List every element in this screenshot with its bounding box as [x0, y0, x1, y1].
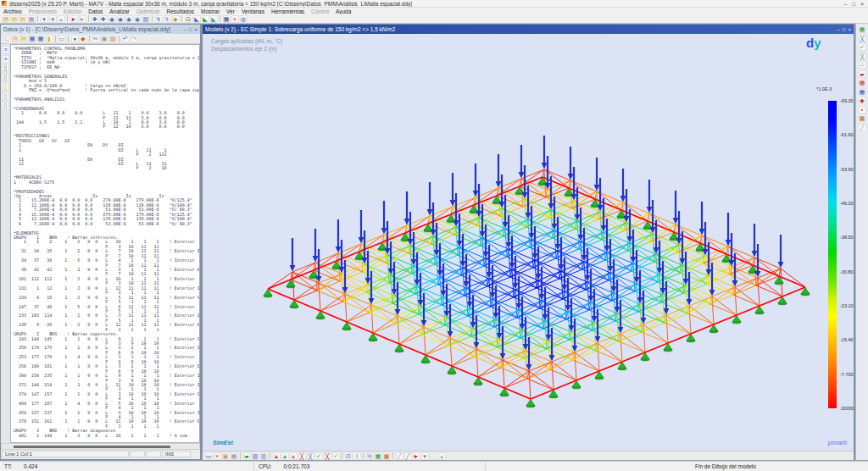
numbering-icon[interactable]: ▥ [252, 452, 259, 460]
modelo-close-button[interactable]: × [848, 27, 851, 32]
draw-line-icon[interactable]: ╱ [396, 452, 403, 460]
import-doc-icon[interactable]: ▤ [20, 35, 28, 42]
hide-y-icon[interactable]: ╳ [307, 452, 314, 460]
menu-resultados[interactable]: Resultados [164, 8, 198, 14]
block-gray2-icon[interactable]: ▯ [2, 102, 9, 109]
save-icon[interactable]: ▦ [29, 35, 36, 42]
collapse-icon[interactable]: ▴ [438, 452, 446, 460]
outline-icon[interactable]: ≡ [2, 46, 9, 53]
geometry-icon[interactable]: ▰ [243, 452, 251, 460]
modelo-titlebar[interactable]: Modelo (v 2) - EC Simple 1: Sobrecarga u… [203, 25, 854, 34]
pause-icon[interactable]: ■ [49, 15, 57, 23]
erase-model-icon[interactable]: ╳ [859, 53, 866, 60]
data-file-editor[interactable]: *PARAMETROS_CONTROL_PROBLEMA IDEN ; MA7V… [10, 44, 200, 443]
annotate-red-icon[interactable]: ▰ [859, 70, 866, 78]
menu-optimizar[interactable]: Optimizar [133, 8, 164, 14]
copy-icon[interactable]: ▣ [101, 35, 108, 42]
datos-close-button[interactable]: × [194, 27, 198, 32]
cut-icon[interactable]: ✂ [92, 35, 100, 42]
clip-x-icon[interactable]: ╳ [324, 452, 331, 460]
copy-view-icon[interactable]: ▣ [222, 452, 230, 460]
axes-teal-icon[interactable]: ◣ [210, 15, 218, 23]
deformed-icon[interactable]: ▲ [273, 452, 281, 460]
check-data-icon[interactable]: ● [71, 35, 79, 42]
axes-green-icon[interactable]: ◣ [202, 15, 209, 23]
grid-settings-icon[interactable]: ▦ [859, 25, 866, 33]
highlight-icon[interactable]: ▮ [46, 35, 53, 42]
zoom-page-icon[interactable]: ▧ [142, 15, 150, 23]
menu-mostrar[interactable]: Mostrar [198, 8, 223, 14]
delete-view-icon[interactable]: × [214, 452, 221, 460]
materials-icon[interactable]: ▥ [260, 452, 268, 460]
block-green-icon[interactable]: ▯ [2, 64, 9, 72]
run-data-icon[interactable]: ◆ [80, 35, 87, 42]
zoom-add-icon[interactable]: ✚ [100, 15, 108, 23]
dropdown-icon[interactable]: ▾ [41, 15, 48, 23]
menu-analizar[interactable]: Analizar [106, 8, 132, 14]
show-check-icon[interactable]: ✓ [315, 452, 323, 460]
datos-maximize-button[interactable]: □ [189, 27, 192, 32]
analyze-all-icon[interactable]: ↯ [164, 15, 171, 23]
view-dropdown-icon[interactable]: ▾ [421, 452, 429, 460]
abort-icon[interactable]: × [231, 15, 239, 23]
block-yellow-icon[interactable]: ▯ [2, 83, 9, 91]
sections-icon[interactable]: ≡ [2, 55, 9, 63]
datos-titlebar[interactable]: Datos (v 1) - [C:\Disseny\Datos_PMM\Anál… [1, 25, 200, 34]
block-green2-icon[interactable]: ▯ [2, 74, 9, 81]
axes-blue-icon[interactable]: ◣ [193, 15, 201, 23]
menu-datos[interactable]: Datos [85, 8, 106, 14]
stop-icon[interactable]: ▴ [58, 15, 65, 23]
modelo-maximize-button[interactable]: □ [843, 27, 846, 32]
step-icon[interactable]: ► [79, 15, 86, 23]
block-gray-icon[interactable]: ▯ [2, 92, 9, 100]
modelo-minimize-button[interactable]: – [837, 27, 840, 32]
help-icon[interactable]: ◍ [240, 15, 248, 23]
datos-minimize-button[interactable]: – [184, 27, 186, 32]
scrollbar-thumb[interactable] [14, 446, 170, 448]
model-canvas[interactable]: Cargas aplicadas (kN, m, °C) Desplazamie… [203, 34, 854, 451]
square-red-icon[interactable]: ▪ [859, 106, 866, 114]
query-icon[interactable]: ◈ [172, 15, 180, 23]
legend-icon[interactable]: ▦ [375, 452, 382, 460]
zoom-in-icon[interactable]: ◉ [117, 15, 125, 23]
undeformed-icon[interactable]: ▲ [281, 452, 289, 460]
balance-icon[interactable]: Ω [185, 15, 192, 23]
zoom-extents-icon[interactable]: ◉ [134, 15, 142, 23]
stamp-blue-icon[interactable]: ▦ [859, 88, 866, 96]
measure-icon[interactable]: = [859, 61, 866, 69]
cut-model-icon[interactable]: ╳ [859, 35, 866, 42]
menu-edición[interactable]: Edición [60, 8, 85, 14]
zoom-window-icon[interactable]: ◉ [108, 15, 116, 23]
undo-icon[interactable]: ↶ [122, 35, 130, 42]
menu-ver[interactable]: Ver [223, 8, 238, 14]
menu-herramientas[interactable]: Herramientas [268, 8, 308, 14]
ibeam-tool-icon[interactable]: I [353, 452, 361, 460]
menu-ayuda[interactable]: Ayuda [332, 8, 354, 14]
redo-icon[interactable]: ↷ [131, 35, 138, 42]
save-state-icon[interactable]: ▦ [223, 15, 231, 23]
flag-icon[interactable]: ► [413, 452, 420, 460]
annotate-icon[interactable]: ½ [366, 452, 374, 460]
zoom-out-icon[interactable]: ◉ [125, 15, 133, 23]
settings-icon[interactable]: ▦ [28, 15, 36, 23]
palette2-icon[interactable]: ▩ [859, 114, 866, 122]
new-doc-icon[interactable]: □ [3, 35, 11, 42]
open-doc-icon[interactable]: ▤ [12, 35, 19, 42]
dot-red-icon[interactable]: ◆ [859, 97, 866, 104]
print-view-icon[interactable]: ▭ [205, 452, 213, 460]
save-as-icon[interactable]: ▦ [37, 35, 45, 42]
hide-x-icon[interactable]: ╳ [298, 452, 306, 460]
draw-poly-icon[interactable]: ╱ [404, 452, 412, 460]
diagonal-icon[interactable]: ╱ [859, 124, 866, 131]
stamp-red-icon[interactable]: ▦ [859, 79, 866, 86]
editor-horizontal-scrollbar[interactable] [1, 443, 200, 450]
check-model-icon[interactable]: ✓ [859, 43, 866, 51]
menu-control[interactable]: Control [308, 8, 332, 14]
clip-check-icon[interactable]: ✓ [332, 452, 340, 460]
blank-view-icon[interactable]: □ [430, 452, 437, 460]
menu-preproceso[interactable]: Preproceso [25, 8, 60, 14]
analyze-icon[interactable]: ↯ [155, 15, 163, 23]
maximize-button[interactable]: □ [852, 1, 855, 7]
print-icon[interactable]: ▭ [58, 35, 66, 42]
open-project-icon[interactable]: ▤ [19, 15, 27, 23]
